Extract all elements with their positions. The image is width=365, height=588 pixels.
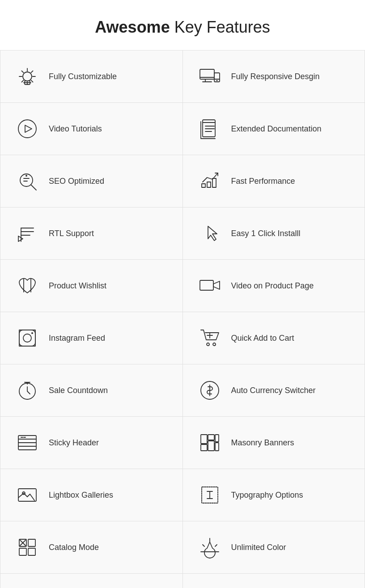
- svg-rect-26: [201, 444, 207, 451]
- svg-rect-23: [201, 435, 207, 444]
- feature-label-seo-optimized: SEO Optimized: [49, 177, 104, 186]
- seo-icon: [14, 168, 41, 195]
- feature-label-sticky-header: Sticky Header: [49, 438, 99, 448]
- feature-cell-catalog-mode: Catalog Mode: [0, 521, 183, 574]
- page-title: Awesome Key Features: [0, 0, 365, 50]
- feature-cell-video-product-page: Video on Product Page: [183, 260, 365, 312]
- masonry-icon: [196, 429, 223, 456]
- features-grid: Fully Customizable Fully Responsive Desg…: [0, 50, 365, 588]
- feature-label-product-wishlist: Product Wishlist: [49, 281, 106, 291]
- lightbox-icon: [14, 482, 41, 508]
- feature-cell-sticky-header: Sticky Header: [0, 417, 183, 469]
- feature-cell-typography-options: Typography Options: [183, 469, 365, 521]
- video-play-icon: [14, 115, 41, 142]
- feature-cell-sale-countdown: Sale Countdown: [0, 364, 183, 417]
- feature-cell-unlimited-color: Unlimited Color: [183, 521, 365, 574]
- svg-point-13: [23, 334, 31, 342]
- svg-point-0: [23, 72, 32, 81]
- feature-cell-auto-currency: Auto Currency Switcher: [183, 364, 365, 417]
- svg-rect-28: [215, 443, 219, 451]
- feature-label-extended-documentation: Extended Documentation: [231, 124, 322, 134]
- svg-point-16: [213, 343, 216, 346]
- svg-rect-12: [19, 330, 35, 346]
- documentation-icon: [196, 115, 223, 142]
- customizable-icon: [14, 63, 41, 90]
- svg-rect-24: [208, 435, 214, 440]
- feature-label-auto-currency: Auto Currency Switcher: [231, 386, 316, 395]
- feature-label-video-tutorials: Video Tutorials: [49, 124, 102, 134]
- feature-cell-product-wishlist: Product Wishlist: [0, 260, 183, 312]
- svg-rect-25: [215, 435, 219, 442]
- wishlist-icon: [14, 272, 41, 299]
- feature-label-catalog-mode: Catalog Mode: [49, 543, 99, 552]
- feature-label-fast-performance: Fast Performance: [231, 177, 295, 186]
- svg-line-8: [31, 185, 36, 190]
- feature-label-unlimited-color: Unlimited Color: [231, 543, 286, 552]
- feature-cell-seo-optimized: SEO Optimized: [0, 155, 183, 207]
- svg-point-15: [207, 343, 209, 346]
- feature-cell-sale-labels: Sale Labels: [183, 574, 365, 588]
- rtl-icon: [14, 220, 41, 247]
- instagram-icon: [14, 325, 41, 351]
- feature-label-fully-responsive: Fully Responsive Desgin: [231, 72, 320, 81]
- feature-label-video-product-page: Video on Product Page: [231, 281, 314, 291]
- feature-label-quick-add-cart: Quick Add to Cart: [231, 334, 294, 343]
- feature-cell-easy-install: Easy 1 Click Installl: [183, 207, 365, 260]
- feature-label-rtl-support: RTL Support: [49, 229, 94, 238]
- svg-point-9: [25, 175, 27, 177]
- cart-icon: [196, 325, 223, 351]
- countdown-icon: [14, 377, 41, 404]
- svg-rect-35: [28, 548, 35, 555]
- feature-cell-fully-responsive: Fully Responsive Desgin: [183, 51, 365, 103]
- svg-point-14: [31, 332, 33, 334]
- feature-cell-quick-add-cart: Quick Add to Cart: [183, 312, 365, 364]
- svg-point-4: [18, 120, 36, 138]
- feature-label-typography-options: Typography Options: [231, 491, 303, 500]
- svg-rect-33: [28, 539, 35, 546]
- feature-cell-fully-customizable: Fully Customizable: [0, 51, 183, 103]
- currency-icon: [196, 377, 223, 404]
- svg-rect-34: [19, 548, 26, 555]
- svg-rect-27: [208, 441, 214, 451]
- feature-label-masonry-banners: Masonry Banners: [231, 438, 294, 448]
- feature-cell-extended-documentation: Extended Documentation: [183, 103, 365, 155]
- feature-label-instagram-feed: Instagram Feed: [49, 334, 105, 343]
- feature-label-lightbox-galleries: Lightbox Galleries: [49, 491, 113, 500]
- feature-cell-fast-performance: Fast Performance: [183, 155, 365, 207]
- feature-cell-lightbox-galleries: Lightbox Galleries: [0, 469, 183, 521]
- svg-marker-5: [25, 125, 32, 132]
- video-product-icon: [196, 272, 223, 299]
- sticky-header-icon: [14, 429, 41, 456]
- sale-labels-icon: [196, 586, 223, 588]
- feature-cell-video-tutorials: Video Tutorials: [0, 103, 183, 155]
- click-icon: [196, 220, 223, 247]
- performance-icon: [196, 168, 223, 195]
- responsive-icon: [196, 63, 223, 90]
- typography-icon: [196, 482, 223, 508]
- feature-label-sale-countdown: Sale Countdown: [49, 386, 108, 395]
- feature-cell-rtl-support: RTL Support: [0, 207, 183, 260]
- feature-label-easy-install: Easy 1 Click Installl: [231, 229, 301, 238]
- catalog-icon: [14, 534, 41, 561]
- color-icon: [196, 534, 223, 561]
- feature-cell-instagram-feed: Instagram Feed: [0, 312, 183, 364]
- feature-label-fully-customizable: Fully Customizable: [49, 72, 117, 81]
- scroll-icon: [14, 586, 41, 588]
- feature-cell-masonry-banners: Masonry Banners: [183, 417, 365, 469]
- svg-rect-11: [200, 280, 213, 290]
- feature-cell-scroll-animation: Scroll Animation: [0, 574, 183, 588]
